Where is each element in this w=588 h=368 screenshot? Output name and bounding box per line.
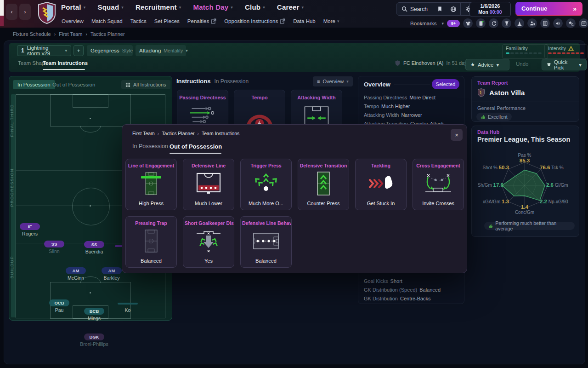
subnav-penalties[interactable]: Penalties	[187, 18, 216, 24]
training-cone-icon[interactable]	[514, 18, 524, 28]
search-star-icon[interactable]	[566, 18, 576, 28]
subnav-more[interactable]: More▾	[323, 18, 339, 24]
modal-close-button[interactable]: ×	[451, 129, 463, 141]
nav-club[interactable]: Club▾	[245, 3, 265, 11]
instruction-card-pressing-trap[interactable]: Pressing Trap Balanced	[125, 216, 177, 268]
line-of-engagement-icon	[136, 171, 166, 196]
instruction-card-tackling[interactable]: Tackling Get Stuck In	[355, 159, 407, 210]
crumb-first-team[interactable]: First Team	[59, 31, 82, 37]
crumb-tactics-planner[interactable]: Tactics Planner	[90, 31, 125, 37]
scouting-icon[interactable]	[527, 18, 537, 28]
club-name: Aston Villa	[489, 89, 525, 97]
cross-engagement-icon	[424, 171, 453, 196]
player-rogers[interactable]: IFRogers	[8, 222, 52, 236]
trophy-icon[interactable]	[502, 18, 511, 28]
history-back-button[interactable]: ‹	[6, 4, 17, 20]
mentality-select[interactable]: Attacking Mentality ▾	[136, 45, 186, 56]
profile-card-icon[interactable]	[476, 18, 486, 28]
inbox-badge[interactable]: 9+	[447, 20, 460, 27]
instruction-card-defensive-line-behaviour[interactable]: Defensive Line Behavio Balanced	[240, 216, 292, 268]
shirt-icon	[547, 62, 551, 67]
player-role-badge[interactable]: BCB	[84, 308, 104, 315]
tempo-gauge-icon	[244, 105, 275, 127]
player-role-badge[interactable]: SS	[44, 241, 64, 247]
instruction-card-cross-engagement[interactable]: Cross Engagement Invite Crosses	[413, 159, 464, 210]
player-slinn[interactable]: SSSlinn	[32, 239, 76, 254]
instruction-card-short-goalkeeper-distribution[interactable]: Short Goalkeeper Distr Yes	[183, 216, 234, 268]
player-role-badge[interactable]: SS	[84, 241, 104, 248]
history-forward-button[interactable]: ›	[19, 4, 31, 20]
crumb-fixture-schedule[interactable]: Fixture Schedule	[13, 31, 51, 37]
view-dropdown[interactable]: ≡ Overview ▾	[313, 76, 353, 86]
world-button[interactable]	[447, 3, 460, 15]
chevron-down-icon: ▾	[65, 48, 67, 53]
chevron-down-icon: ▾	[337, 19, 339, 23]
continue-button[interactable]: Continue »	[515, 2, 582, 15]
familiarity-meter: Familiarity	[502, 44, 548, 59]
style-select[interactable]: Gegenpress Style ▾	[87, 45, 133, 56]
data-hub-panel: Data Hub Premier League, This Season Pas…	[471, 126, 579, 237]
modal-tab-out-of-possession[interactable]: Out of Possession	[170, 143, 222, 150]
quick-pick-button[interactable]: Quick Pick ▾	[542, 59, 587, 70]
nav-squad[interactable]: Squad▾	[97, 3, 124, 11]
undo-button[interactable]: Undo	[516, 61, 529, 67]
tactic-header: 1 Lightning storm v29 ▾ + Gegenpress Sty…	[9, 43, 580, 72]
nav-match-day[interactable]: Match Day▾	[193, 3, 233, 11]
tactic-select[interactable]: 1 Lightning storm v29 ▾	[17, 45, 71, 56]
defensive-transition-icon	[309, 171, 338, 196]
subnav-set-pieces[interactable]: Set Pieces	[154, 18, 180, 24]
player-name: Rogers	[8, 231, 52, 236]
player-mings[interactable]: BCBMings	[72, 306, 116, 321]
radar-label-conc: 1.4Conc/Gm	[515, 204, 534, 215]
game-date[interactable]: 1/6/2026 Mon 00:00	[469, 2, 511, 17]
instruction-card-line-of-engagement[interactable]: Line of Engagement High Press	[125, 159, 177, 210]
nav-portal[interactable]: Portal▾	[61, 3, 85, 11]
tab-team-instructions[interactable]: Team Instructions	[43, 60, 88, 66]
passing-directness-icon	[187, 105, 218, 127]
bookmarks-label[interactable]: Bookmarks	[410, 21, 437, 26]
intensity-meter: Intensity	[544, 44, 588, 59]
player-role-badge[interactable]: OCB	[49, 299, 69, 306]
add-tactic-button[interactable]: +	[74, 45, 84, 56]
player-role-badge[interactable]: BGK	[84, 334, 104, 340]
player-role-badge[interactable]: AM	[102, 267, 122, 274]
subnav-opposition-instructions[interactable]: Opposition Instructions	[224, 18, 285, 24]
data-hub-title: Data Hub	[477, 129, 499, 135]
chevron-down-icon[interactable]: ▾	[442, 21, 444, 26]
sync-icon[interactable]	[489, 18, 498, 28]
subnav-data-hub[interactable]: Data Hub	[293, 18, 316, 24]
subnav-overview[interactable]: Overview	[62, 18, 84, 24]
subnav-tactics[interactable]: Tactics	[130, 18, 147, 24]
calendar-icon[interactable]	[579, 18, 588, 28]
selected-button[interactable]: Selected	[432, 79, 459, 89]
subnav-match-squad[interactable]: Match Squad	[91, 18, 123, 24]
external-link-icon	[211, 18, 216, 24]
next-match-info[interactable]: FC Eindhoven (A) In 51 days	[395, 60, 469, 66]
instruction-card-trigger-press[interactable]: Trigger Press Much More O...	[240, 159, 292, 210]
squad-shirt-icon[interactable]	[463, 18, 473, 28]
player-role-badge[interactable]	[118, 303, 138, 305]
all-instructions-button[interactable]: All Instructions	[121, 80, 170, 89]
player-name: Broni-Phillips	[72, 341, 116, 347]
overview-item: GK DistributionCentre-Backs	[364, 296, 431, 301]
data-hub-subtitle: Premier League, This Season	[477, 136, 570, 143]
advice-button[interactable]: ★ Advice ▾	[465, 59, 509, 70]
player-role-badge[interactable]: IF	[20, 223, 40, 230]
modal-tab-in-possession[interactable]: In Possession	[132, 143, 168, 150]
top-bar: ‹ › Portal▾ Squad▾ Recruitment▾ Match Da…	[0, 0, 588, 28]
nav-recruitment[interactable]: Recruitment▾	[136, 3, 181, 11]
notes-button[interactable]	[433, 3, 447, 15]
pitch-tab-out-of-possession[interactable]: Out of Possession	[48, 80, 100, 89]
nav-career[interactable]: Career▾	[277, 3, 304, 11]
search-button[interactable]: Search	[396, 3, 433, 15]
club-row[interactable]: Aston Villa	[477, 88, 525, 98]
instruction-card-defensive-line[interactable]: Defensive Line Much Lower	[183, 159, 234, 210]
list-report-icon[interactable]	[540, 18, 550, 28]
player-broni-phillips[interactable]: BGKBroni-Phillips	[72, 332, 116, 347]
announcement-icon[interactable]	[553, 18, 563, 28]
star-icon: ★	[470, 62, 475, 68]
instruction-card-defensive-transition[interactable]: Defensive Transition Counter-Press	[298, 159, 349, 210]
player-role-badge[interactable]: AM	[66, 267, 86, 274]
tactic-slot-number: 1	[21, 47, 24, 54]
attacking-width-icon	[301, 105, 332, 127]
